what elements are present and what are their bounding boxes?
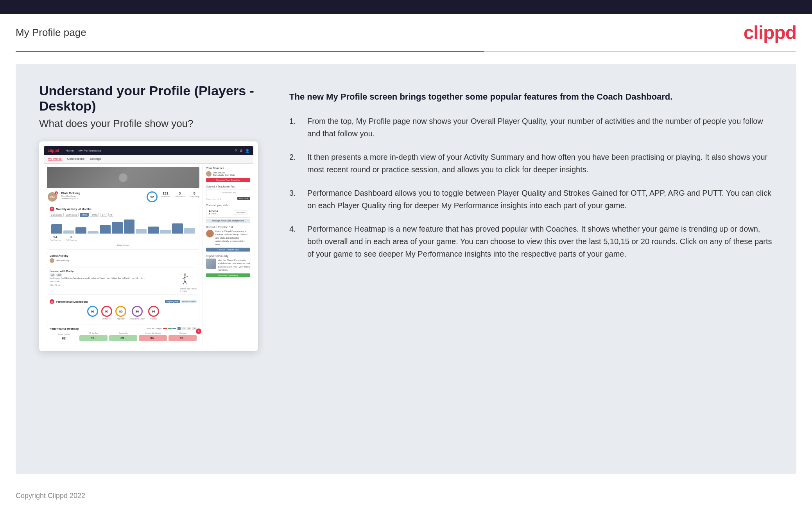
disconnect-btn[interactable]: Disconnect	[234, 211, 247, 214]
ring-arg-circle[interactable]: 86	[132, 306, 143, 317]
performance-dashboard: 3 Performance Dashboard Player Quality S…	[47, 297, 199, 322]
bar-7	[124, 220, 135, 234]
upload-placeholder: Trackman Link	[208, 191, 248, 194]
connect-status: Active	[209, 212, 218, 215]
profile-location: United Kingdom	[61, 197, 143, 200]
list-num-3: 3.	[289, 187, 301, 212]
ring-arg: 86 Around the Green	[129, 306, 145, 320]
lesson-right: Videos and Photos 1 image	[180, 273, 197, 292]
circle-4: 4	[196, 328, 201, 334]
list-num-1: 1.	[289, 115, 301, 140]
ring-off-tee-label: Off the Tee	[102, 318, 111, 320]
app-mockup: clippd Home My Performance ⚲ ⚙ 👤 My Prof…	[39, 141, 258, 351]
bar-6	[112, 222, 123, 234]
subnav-settings[interactable]: Settings	[90, 157, 101, 161]
toggle-on-course[interactable]: ■ On-course	[50, 213, 64, 217]
ring-putting-label: Putting	[151, 318, 157, 320]
lesson-text: Nothing to feel like my hands are workin…	[50, 277, 178, 283]
connect-section: Connect your data Arccos Active	[206, 204, 250, 223]
ring-putting-circle[interactable]: 96	[148, 306, 159, 317]
toggle-strokes-gained[interactable]: Strokes Gained	[181, 300, 197, 303]
trend-neutral-indicator	[172, 328, 176, 329]
list-num-2: 2.	[289, 151, 301, 176]
section-subtitle: What does your Profile show you?	[39, 118, 258, 130]
arg-trend: ↓	[154, 337, 156, 339]
mockup-nav-right: ⚲ ⚙ 👤	[235, 149, 249, 153]
feature-list: 1. From the top, My Profile page now sho…	[289, 115, 773, 260]
logo: clippd	[744, 22, 796, 43]
round-10-btn[interactable]: 10	[181, 327, 186, 330]
off-course-total: 3 Off Course	[66, 235, 77, 241]
ott-trend: ↑	[95, 337, 96, 339]
trend-down-indicator	[163, 328, 167, 329]
lesson-media-count: 1 image	[180, 290, 197, 292]
trend-up-indicator	[168, 328, 172, 329]
heatmap-putting-box[interactable]: 96 ↓	[168, 335, 197, 341]
toggle-3-months[interactable]: 3 Mths	[80, 213, 89, 217]
perf-toggle-buttons: Player Quality Strokes Gained	[165, 300, 197, 303]
heatmap-controls: 5 Round Change: 5 10 15 20	[147, 327, 197, 330]
bar-9	[148, 227, 159, 234]
stat-following: 5 Following	[190, 191, 199, 198]
coach-club: Barnstaple Golf Club	[213, 174, 235, 176]
toggle-player-quality[interactable]: Player Quality	[165, 300, 179, 303]
subnav-my-profile[interactable]: My Profile	[48, 157, 62, 161]
left-column: Understand your Profile (Players - Deskt…	[39, 83, 258, 454]
intro-text: The new My Profile screen brings togethe…	[289, 91, 773, 103]
drill-section: Record a Practice Drill Use the Clippd C…	[206, 226, 250, 252]
manage-coaches-btn[interactable]: Manage Your Coaches	[206, 178, 250, 182]
manage-data-btn[interactable]: Manage Your Data Integrations	[206, 219, 250, 223]
following-label: Following	[190, 195, 199, 198]
bar-8	[136, 229, 147, 234]
lesson-tag-1: golf	[50, 273, 55, 277]
round-5-btn[interactable]: 5	[177, 327, 181, 330]
add-link-btn[interactable]: Add Link	[237, 197, 250, 200]
toggle-6-months[interactable]: 6 Mths	[90, 213, 99, 217]
on-course-label: On Course	[50, 239, 61, 241]
connect-name: Arccos	[209, 210, 218, 212]
heatmap-arg-label: Around the Green	[139, 332, 167, 334]
ring-approach-circle[interactable]: 85	[115, 306, 126, 317]
toggle-off-course[interactable]: ■ Off-course	[65, 213, 79, 217]
ring-arg-label: Around the Green	[129, 318, 145, 320]
list-num-4: 4.	[289, 223, 301, 260]
section-title: Understand your Profile (Players - Deskt…	[39, 83, 258, 114]
connect-item: Arccos Active Disconnect	[209, 210, 247, 215]
upload-section: Upload a Trackman Test Trackman Link Tra…	[206, 185, 250, 201]
activity-item-avatar	[50, 258, 54, 263]
bar-2	[63, 230, 74, 234]
stat-followers: 3 Followers	[175, 191, 185, 198]
bg-decoration	[119, 173, 127, 182]
heatmap-putting-col: Putting 96 ↓	[168, 332, 197, 341]
bar-10	[160, 230, 171, 234]
list-item-3: 3. Performance Dashboard allows you to t…	[289, 187, 773, 212]
performance-heatmap: Performance Heatmap 5 Round Change: 5	[47, 325, 199, 343]
all-activities-link[interactable]: All Activities	[117, 244, 129, 246]
toggle-all[interactable]: All	[108, 213, 114, 217]
launch-app-btn[interactable]: Launch Capture App	[206, 248, 250, 252]
activity-toggle-row: ■ On-course ■ Off-course 3 Mths 6 Mths 1…	[50, 213, 197, 217]
list-text-4: Performance Heatmap is a new feature tha…	[307, 223, 773, 260]
rings-row: 92 90 Off the Tee 85 Approach	[50, 306, 197, 320]
heatmap-row: Player Quality 92 Off the Tee 90 ↑ Appro	[50, 332, 197, 341]
launch-community-btn[interactable]: Launch Community	[206, 273, 250, 277]
list-item-4: 4. Performance Heatmap is a new feature …	[289, 223, 773, 260]
toggle-1-year[interactable]: 1 Yr	[100, 213, 107, 217]
heatmap-ott-col: Off the Tee 90 ↑	[79, 332, 108, 341]
ring-overall-circle[interactable]: 92	[87, 306, 98, 317]
coach-info: Dan Davies Barnstaple Golf Club	[213, 171, 235, 176]
drill-item: Use the Clippd Capture app to capture dr…	[206, 230, 250, 246]
svg-line-4	[183, 280, 185, 284]
ring-approach-label: Approach	[117, 318, 125, 320]
subnav-connections[interactable]: Connections	[67, 157, 84, 161]
nav-my-performance: My Performance	[79, 149, 102, 152]
on-course-num: 24	[50, 235, 61, 239]
heatmap-approach-box[interactable]: 85 ↑	[109, 335, 137, 341]
ring-off-tee: 90 Off the Tee	[101, 306, 112, 320]
heatmap-ott-box[interactable]: 90 ↑	[79, 335, 108, 341]
ring-off-tee-circle[interactable]: 90	[101, 306, 112, 317]
round-15-btn[interactable]: 15	[187, 327, 192, 330]
svg-line-5	[185, 280, 186, 284]
heatmap-arg-box[interactable]: 96 ↓	[139, 335, 167, 341]
see-more-link[interactable]: see more	[50, 280, 59, 282]
